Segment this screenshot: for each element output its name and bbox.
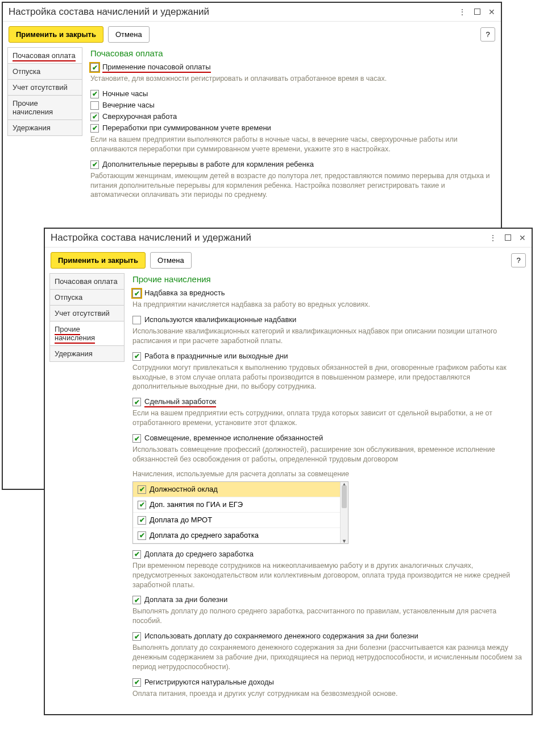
checkbox-row-sick: Доплата за дни болезни (132, 595, 522, 604)
scroll-down-icon[interactable]: ▼ (341, 538, 348, 544)
desc-combine: Использовать совмещение профессий (должн… (132, 445, 522, 464)
apply-close-button[interactable]: Применить и закрыть (51, 252, 146, 269)
help-button[interactable]: ? (511, 253, 526, 267)
list-checkbox[interactable] (138, 516, 146, 525)
checkbox-row-holiday: Работа в праздничные или выходные дни (132, 352, 522, 361)
apply-close-button[interactable]: Применить и закрыть (9, 26, 103, 43)
maximize-icon[interactable] (505, 233, 511, 242)
list-checkbox[interactable] (138, 485, 146, 494)
checkbox-qual-label: Используются квалификационные надбавки (144, 315, 296, 324)
list-item[interactable]: Доплата до среднего заработка (133, 528, 348, 543)
tab-other-label: Прочие начисления (55, 325, 95, 344)
checkbox-qual[interactable] (132, 316, 141, 324)
list-item[interactable]: Доплата до МРОТ (133, 513, 348, 528)
checkbox-holiday[interactable] (132, 352, 141, 361)
desc-nat: Оплата питания, проезда и других услуг с… (132, 689, 522, 699)
window-title: Настройка состава начислений и удержаний (51, 232, 251, 244)
list-item[interactable]: Доп. занятия по ГИА и ЕГЭ (133, 497, 348, 513)
tab-absence[interactable]: Учет отсутствий (50, 306, 124, 321)
checkbox-row-night: Ночные часы (90, 89, 492, 98)
checkbox-row-qual: Используются квалификационные надбавки (132, 315, 522, 324)
checkbox-sum[interactable] (90, 124, 99, 133)
list-checkbox[interactable] (138, 501, 146, 509)
tab-absence[interactable]: Учет отсутствий (8, 80, 82, 96)
checkbox-row-sum: Переработки при суммированном учете врем… (90, 123, 492, 133)
list-item-label: Доп. занятия по ГИА и ЕГЭ (150, 500, 243, 509)
tab-hourly[interactable]: Почасовая оплата (8, 48, 82, 64)
checkbox-row-combine: Совмещение, временное исполнение обязанн… (132, 434, 522, 443)
checkbox-hourly[interactable] (90, 63, 99, 72)
checkbox-avg[interactable] (132, 550, 141, 559)
close-icon[interactable]: ✕ (488, 7, 495, 17)
checkbox-evening-label: Вечерние часы (102, 101, 155, 109)
checkbox-save-label: Использовать доплату до сохраняемого ден… (144, 632, 418, 640)
sidebar-tabs: Почасовая оплата Отпуска Учет отсутствий… (49, 273, 125, 362)
checkbox-row-save: Использовать доплату до сохраняемого ден… (132, 632, 522, 641)
desc-avg: При временном переводе сотрудников на ни… (132, 561, 522, 590)
tab-hourly[interactable]: Почасовая оплата (50, 274, 124, 290)
list-item-label: Должностной оклад (150, 485, 218, 493)
list-item-label: Доплата до МРОТ (150, 516, 212, 524)
kebab-icon[interactable]: ⋮ (458, 7, 466, 17)
tab-other[interactable]: Прочие начисления (50, 321, 124, 346)
tab-vacations[interactable]: Отпуска (8, 64, 82, 80)
tab-other[interactable]: Прочие начисления (8, 96, 82, 120)
checkbox-overtime[interactable] (90, 113, 99, 121)
scroll-thumb[interactable] (342, 485, 347, 508)
list-item[interactable]: Должностной оклад (133, 482, 348, 497)
checkbox-avg-label: Доплата до среднего заработка (144, 550, 254, 558)
checkbox-combine-label: Совмещение, временное исполнение обязанн… (144, 434, 323, 442)
desc-harm: На предприятии начисляется надбавка за р… (132, 300, 522, 310)
checkbox-row-avg: Доплата до среднего заработка (132, 550, 522, 559)
checkbox-holiday-label: Работа в праздничные или выходные дни (144, 352, 288, 360)
section-title: Почасовая оплата (90, 48, 492, 58)
tab-vacations[interactable]: Отпуска (50, 290, 124, 306)
content-pane: Почасовая оплата Применение почасовой оп… (82, 47, 496, 205)
checkbox-harm-label: Надбавка за вредность (144, 288, 225, 297)
cancel-button[interactable]: Отмена (150, 252, 192, 269)
checkbox-row-evening: Вечерние часы (90, 101, 492, 110)
combine-listbox[interactable]: Должностной оклад Доп. занятия по ГИА и … (132, 481, 349, 544)
checkbox-row-breaks: Дополнительные перерывы в работе для кор… (90, 160, 492, 169)
tab-deductions[interactable]: Удержания (50, 346, 124, 361)
close-icon[interactable]: ✕ (519, 233, 526, 242)
checkbox-combine[interactable] (132, 434, 141, 443)
list-checkbox[interactable] (138, 531, 146, 540)
checkbox-save[interactable] (132, 632, 141, 641)
window-title: Настройка состава начислений и удержаний (9, 6, 209, 18)
checkbox-overtime-label: Сверхурочная работа (102, 112, 177, 121)
desc-hourly: Установите, для возможности регистрирова… (90, 74, 492, 84)
desc-sum: Если на вашем предприятии выполняются ра… (90, 135, 492, 154)
list-header: Начисления, используемые для расчета доп… (132, 470, 522, 478)
titlebar: Настройка состава начислений и удержаний… (45, 229, 532, 248)
checkbox-night[interactable] (90, 90, 99, 98)
checkbox-piece-label: Сдельный заработок (144, 397, 216, 406)
scrollbar[interactable]: ▲ ▼ (340, 482, 348, 543)
checkbox-nat[interactable] (132, 678, 141, 687)
checkbox-row-overtime: Сверхурочная работа (90, 112, 492, 121)
titlebar: Настройка состава начислений и удержаний… (3, 3, 501, 22)
help-button[interactable]: ? (480, 27, 495, 42)
maximize-icon[interactable] (474, 7, 480, 17)
checkbox-row-hourly: Применение почасовой оплаты (90, 63, 492, 72)
checkbox-harm[interactable] (132, 289, 141, 298)
cancel-button[interactable]: Отмена (108, 26, 150, 43)
checkbox-piece[interactable] (132, 398, 141, 406)
sidebar-tabs: Почасовая оплата Отпуска Учет отсутствий… (7, 47, 82, 136)
desc-piece: Если на вашем предприятии есть сотрудник… (132, 409, 522, 428)
checkbox-sick[interactable] (132, 596, 141, 604)
tab-deductions[interactable]: Удержания (8, 120, 82, 135)
kebab-icon[interactable]: ⋮ (489, 233, 497, 242)
window-controls: ⋮ ✕ (458, 7, 495, 17)
checkbox-night-label: Ночные часы (102, 89, 148, 98)
tab-hourly-label: Почасовая оплата (13, 51, 76, 61)
checkbox-evening[interactable] (90, 101, 99, 110)
checkbox-row-piece: Сдельный заработок (132, 397, 522, 406)
checkbox-breaks[interactable] (90, 160, 99, 169)
settings-window-2: Настройка состава начислений и удержаний… (44, 228, 533, 715)
checkbox-hourly-label: Применение почасовой оплаты (102, 63, 211, 71)
toolbar: Применить и закрыть Отмена ? (3, 22, 501, 47)
checkbox-row-nat: Регистрируются натуральные доходы (132, 678, 522, 687)
checkbox-breaks-label: Дополнительные перерывы в работе для кор… (102, 160, 314, 168)
checkbox-sum-label: Переработки при суммированном учете врем… (102, 123, 271, 132)
